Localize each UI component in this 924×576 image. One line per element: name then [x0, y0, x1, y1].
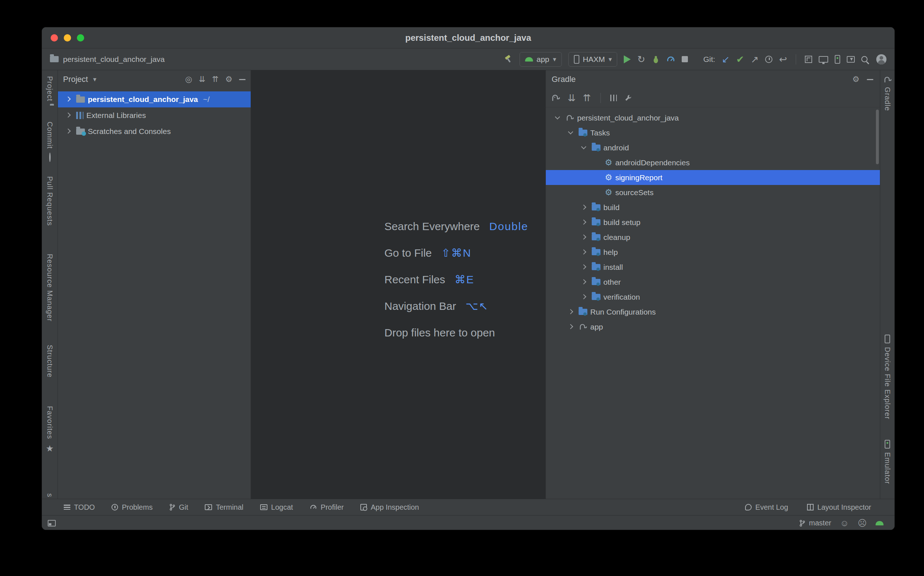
- chevron-right-icon[interactable]: [565, 307, 576, 317]
- run-button[interactable]: [624, 55, 631, 63]
- android-status-icon[interactable]: [876, 521, 884, 525]
- toolwindow-git[interactable]: Git: [169, 503, 188, 512]
- git-rollback-icon[interactable]: ↩: [779, 54, 787, 64]
- chevron-down-icon[interactable]: [552, 112, 563, 123]
- chevron-right-icon[interactable]: [578, 232, 589, 243]
- titlebar[interactable]: persistent_cloud_anchor_java: [42, 27, 895, 48]
- gradle-row-sourceSets[interactable]: ⚙ sourceSets: [546, 185, 880, 200]
- chevron-down-icon[interactable]: [578, 142, 589, 153]
- device-select[interactable]: HAXM ▾: [568, 52, 618, 67]
- favorites-star-icon[interactable]: ★: [46, 443, 54, 454]
- scrollbar-thumb[interactable]: [876, 110, 879, 164]
- sidebar-item-gradle[interactable]: Gradle: [883, 87, 892, 111]
- apply-changes-icon[interactable]: ↻: [637, 54, 645, 64]
- git-history-icon[interactable]: [765, 56, 772, 63]
- sidebar-item-commit[interactable]: Commit: [45, 122, 54, 149]
- chevron-right-icon[interactable]: [578, 277, 589, 288]
- toolwindow-event-log[interactable]: Event Log: [745, 503, 788, 512]
- profile-avatar[interactable]: [876, 54, 887, 64]
- git-branch-widget[interactable]: master: [799, 519, 831, 527]
- search-everywhere-icon[interactable]: [861, 56, 870, 62]
- expand-all-icon[interactable]: ⇊: [568, 93, 576, 103]
- hide-panel-icon[interactable]: [239, 79, 245, 80]
- gradle-stripe-icon[interactable]: [883, 76, 892, 83]
- breadcrumb[interactable]: persistent_cloud_anchor_java: [50, 55, 165, 64]
- sidebar-item-favorites[interactable]: Favorites: [45, 406, 54, 439]
- sidebar-item-partial[interactable]: s: [45, 493, 54, 498]
- git-push-icon[interactable]: ↗: [751, 54, 759, 64]
- project-panel-title[interactable]: Project: [63, 75, 88, 84]
- gradle-row-verification[interactable]: verification: [546, 290, 880, 304]
- task-gear-icon: ⚙: [605, 158, 613, 167]
- git-commit-icon[interactable]: ✔: [736, 54, 744, 64]
- run-configuration-select[interactable]: app ▾: [520, 52, 562, 67]
- gradle-sync-icon[interactable]: [551, 94, 560, 102]
- hide-panel-icon[interactable]: [867, 79, 873, 80]
- editor-area[interactable]: Search Everywhere Double Go to File ⇧⌘N …: [251, 70, 545, 499]
- chevron-right-icon[interactable]: [578, 202, 589, 213]
- toolwindow-layout-inspector[interactable]: Layout Inspector: [807, 503, 871, 512]
- gradle-row-help[interactable]: help: [546, 245, 880, 259]
- sidebar-item-structure[interactable]: Structure: [45, 345, 54, 378]
- gradle-row-signingReport[interactable]: ⚙ signingReport: [546, 170, 880, 185]
- chevron-right-icon[interactable]: [578, 292, 589, 302]
- device-manager-icon[interactable]: [819, 56, 828, 62]
- commit-stripe-icon[interactable]: [49, 152, 51, 162]
- chevron-down-icon[interactable]: ▾: [93, 75, 96, 83]
- gradle-filter-icon[interactable]: [610, 94, 617, 101]
- gradle-row-install[interactable]: install: [546, 259, 880, 275]
- emulator-icon[interactable]: [885, 440, 890, 448]
- device-file-explorer-icon[interactable]: [885, 334, 890, 343]
- chevron-right-icon[interactable]: [578, 217, 589, 228]
- sidebar-item-pull-requests[interactable]: Pull Requests: [45, 176, 54, 226]
- feedback-smiley-icon[interactable]: ☺: [840, 519, 849, 528]
- expand-all-icon[interactable]: ⇊: [199, 75, 205, 83]
- collapse-all-icon[interactable]: ⇈: [212, 75, 219, 83]
- settings-gear-icon[interactable]: ⚙: [852, 75, 860, 83]
- gradle-row-project[interactable]: persistent_cloud_anchor_java: [546, 110, 880, 125]
- build-hammer-icon[interactable]: [504, 54, 513, 64]
- tree-row-scratches[interactable]: Scratches and Consoles: [58, 123, 251, 139]
- profile-icon[interactable]: [666, 55, 675, 64]
- toolwindow-profiler[interactable]: Profiler: [310, 503, 343, 512]
- chevron-right-icon[interactable]: [565, 322, 576, 333]
- gradle-row-build[interactable]: build: [546, 200, 880, 215]
- gradle-row-build-setup[interactable]: build setup: [546, 215, 880, 230]
- settings-gear-icon[interactable]: ⚙: [225, 75, 233, 83]
- chevron-right-icon[interactable]: [578, 262, 589, 273]
- sidebar-item-emulator[interactable]: Emulator: [883, 452, 892, 484]
- gradle-row-app[interactable]: app: [546, 319, 880, 334]
- toolwindow-app-inspection[interactable]: App Inspection: [360, 503, 419, 512]
- sdk-manager-icon[interactable]: [847, 56, 855, 62]
- chevron-right-icon[interactable]: [62, 110, 73, 121]
- feedback-frown-icon[interactable]: ☹: [858, 519, 867, 528]
- collapse-all-icon[interactable]: ⇈: [583, 93, 591, 103]
- gradle-row-other[interactable]: other: [546, 275, 880, 290]
- chevron-right-icon[interactable]: [62, 94, 73, 105]
- sidebar-item-project[interactable]: Project: [45, 76, 54, 101]
- gradle-row-tasks[interactable]: Tasks: [546, 125, 880, 140]
- gradle-row-android[interactable]: android: [546, 140, 880, 155]
- project-structure-icon[interactable]: [805, 56, 812, 63]
- stop-button[interactable]: [682, 56, 688, 62]
- chevron-down-icon[interactable]: [565, 128, 576, 138]
- toolwindow-switcher-icon[interactable]: [48, 520, 56, 526]
- toolwindow-terminal[interactable]: Terminal: [205, 503, 243, 512]
- avd-manager-icon[interactable]: [835, 55, 840, 64]
- git-update-icon[interactable]: ↙: [722, 54, 730, 64]
- gradle-row-androidDependencies[interactable]: ⚙ androidDependencies: [546, 155, 880, 170]
- tree-row-external-libraries[interactable]: External Libraries: [58, 107, 251, 123]
- gradle-row-cleanup[interactable]: cleanup: [546, 230, 880, 245]
- locate-file-icon[interactable]: ◎: [185, 75, 192, 83]
- chevron-right-icon[interactable]: [62, 126, 73, 137]
- debug-icon[interactable]: [652, 55, 660, 64]
- toolwindow-problems[interactable]: Problems: [111, 503, 152, 512]
- toolwindow-logcat[interactable]: Logcat: [260, 503, 293, 512]
- gradle-settings-wrench-icon[interactable]: [624, 94, 632, 102]
- chevron-right-icon[interactable]: [578, 247, 589, 258]
- tree-row-project-root[interactable]: persistent_cloud_anchor_java ~/: [58, 91, 251, 107]
- gradle-row-run-configurations[interactable]: Run Configurations: [546, 304, 880, 319]
- sidebar-item-resource-manager[interactable]: Resource Manager: [45, 254, 54, 322]
- sidebar-item-device-file-explorer[interactable]: Device File Explorer: [883, 347, 892, 419]
- toolwindow-todo[interactable]: TODO: [64, 503, 95, 512]
